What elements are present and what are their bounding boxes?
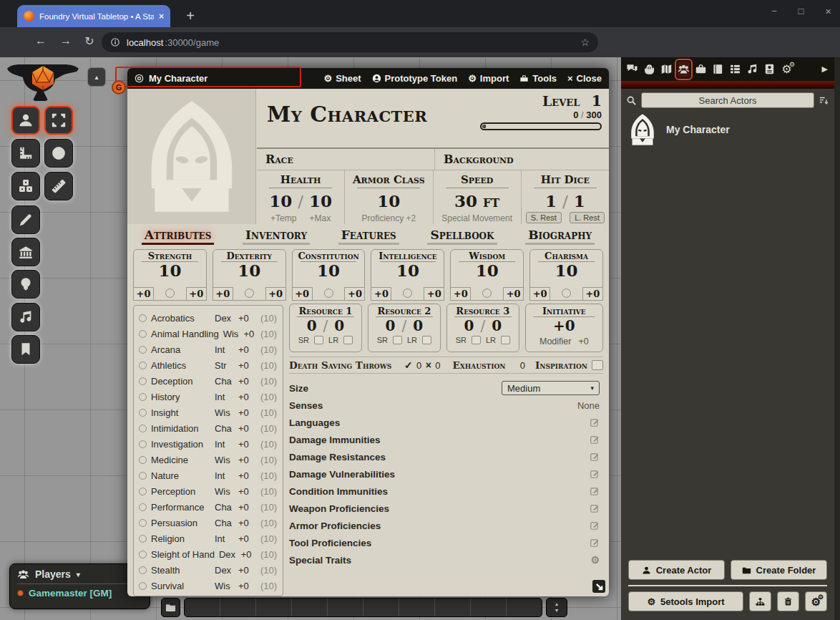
- game-canvas[interactable]: ▴: [0, 57, 840, 620]
- macro-slot[interactable]: [507, 599, 542, 616]
- skill-proficiency-toggle[interactable]: [139, 377, 147, 385]
- skill-proficiency-toggle[interactable]: [139, 425, 147, 432]
- ability-save-mod[interactable]: +0: [450, 287, 471, 301]
- token-controls-button[interactable]: [11, 106, 40, 135]
- tab-actors[interactable]: [678, 62, 690, 77]
- sheet-tab[interactable]: Spellbook: [427, 227, 497, 245]
- ability-check-mod[interactable]: +0: [265, 287, 286, 301]
- death-fail-icon[interactable]: ×: [426, 359, 431, 371]
- skill-name[interactable]: Performance: [151, 502, 210, 513]
- tab-playlists[interactable]: [746, 62, 758, 77]
- skill-row[interactable]: Nature Int +0 (10): [139, 468, 277, 483]
- ability-save-mod[interactable]: +0: [529, 287, 550, 301]
- sr-checkbox[interactable]: [472, 336, 481, 344]
- target-tool-button[interactable]: [44, 139, 73, 168]
- hp-current[interactable]: 10: [269, 191, 292, 210]
- skill-row[interactable]: Athletics Str +0 (10): [139, 357, 277, 373]
- sr-checkbox[interactable]: [314, 336, 323, 344]
- macro-slot[interactable]: [256, 599, 292, 616]
- edit-icon[interactable]: [590, 503, 600, 513]
- search-actors-input[interactable]: [641, 92, 814, 108]
- prototype-token-button[interactable]: Prototype Token: [372, 73, 458, 84]
- lr-checkbox[interactable]: [501, 336, 510, 344]
- skill-proficiency-toggle[interactable]: [139, 362, 147, 369]
- skill-row[interactable]: Investigation Int +0 (10): [139, 436, 277, 452]
- macro-slot[interactable]: [220, 599, 256, 616]
- skill-proficiency-toggle[interactable]: [139, 409, 147, 417]
- race-field[interactable]: Race: [257, 149, 435, 170]
- edit-icon[interactable]: [590, 417, 600, 427]
- skill-row[interactable]: Deception Cha +0 (10): [139, 373, 277, 389]
- lr-checkbox[interactable]: [343, 336, 353, 344]
- tab-compendium[interactable]: [763, 62, 776, 77]
- background-input[interactable]: [519, 154, 609, 165]
- tab-scenes[interactable]: [660, 62, 673, 77]
- sound-controls-button[interactable]: [11, 303, 40, 331]
- macro-slot[interactable]: [185, 599, 220, 616]
- ability-proficiency-toggle[interactable]: [562, 289, 571, 298]
- macro-slot[interactable]: [435, 599, 471, 616]
- ability-score[interactable]: 10: [213, 262, 285, 279]
- skill-row[interactable]: Religion Int +0 (10): [139, 531, 277, 546]
- long-rest-button[interactable]: L. Rest: [570, 212, 605, 223]
- skill-row[interactable]: Persuasion Cha +0 (10): [139, 515, 277, 531]
- skill-row[interactable]: Acrobatics Dex +0 (10): [139, 310, 277, 326]
- config-gear-icon[interactable]: ⚙: [590, 554, 600, 566]
- macro-slot[interactable]: [363, 599, 399, 616]
- inspiration-checkbox[interactable]: [592, 360, 603, 370]
- measure-controls-button[interactable]: [11, 139, 40, 168]
- skill-proficiency-toggle[interactable]: [139, 393, 147, 401]
- skill-name[interactable]: Intimidation: [151, 423, 210, 434]
- character-portrait[interactable]: [127, 89, 256, 224]
- skill-name[interactable]: Religion: [151, 533, 210, 544]
- skill-name[interactable]: Perception: [151, 486, 210, 497]
- special-movement-label[interactable]: Special Movement: [441, 213, 512, 223]
- forward-icon[interactable]: →: [57, 34, 74, 47]
- skill-proficiency-toggle[interactable]: [139, 519, 147, 527]
- ability-proficiency-toggle[interactable]: [324, 289, 333, 298]
- skill-name[interactable]: Survival: [151, 581, 210, 591]
- death-fail-count[interactable]: 0: [431, 360, 444, 371]
- resource-value[interactable]: 0: [386, 317, 396, 334]
- senses-value[interactable]: None: [577, 400, 600, 411]
- macro-folder-button[interactable]: [161, 598, 180, 617]
- window-header[interactable]: My Character ⚙ Sheet Prototype Token ⚙ I…: [127, 68, 609, 89]
- skill-proficiency-toggle[interactable]: [139, 535, 147, 543]
- sheet-config-button[interactable]: ⚙ Sheet: [324, 73, 361, 84]
- hp-temp-label[interactable]: +Temp: [270, 213, 296, 223]
- import-button[interactable]: ⚙ Import: [468, 73, 509, 84]
- resource-max[interactable]: 0: [334, 317, 344, 334]
- scene-nav-toggle[interactable]: ▴: [87, 67, 106, 87]
- ability-save-mod[interactable]: +0: [213, 287, 233, 301]
- ability-check-mod[interactable]: +0: [503, 287, 524, 301]
- skill-name[interactable]: Insight: [151, 407, 210, 418]
- skill-row[interactable]: Animal Handling Wis +0 (10): [139, 326, 277, 342]
- skill-proficiency-toggle[interactable]: [139, 472, 147, 480]
- macro-slot[interactable]: [471, 599, 507, 616]
- notes-controls-button[interactable]: [11, 335, 40, 364]
- resource-title[interactable]: Resource 1: [290, 306, 361, 317]
- sr-checkbox[interactable]: [393, 336, 402, 344]
- level-value[interactable]: 1: [591, 92, 602, 110]
- ability-check-mod[interactable]: +0: [186, 287, 207, 301]
- skill-name[interactable]: Athletics: [151, 360, 210, 371]
- tab-tables[interactable]: [729, 62, 741, 77]
- reload-icon[interactable]: ↻: [81, 34, 98, 48]
- skill-proficiency-toggle[interactable]: [139, 582, 147, 590]
- configure-button[interactable]: ⚙ ⚙: [805, 591, 827, 611]
- macro-slot[interactable]: [328, 599, 363, 616]
- skill-proficiency-toggle[interactable]: [139, 566, 147, 574]
- skill-proficiency-toggle[interactable]: [139, 346, 147, 354]
- skill-name[interactable]: Nature: [151, 470, 210, 481]
- skill-name[interactable]: Arcana: [151, 344, 210, 355]
- skill-row[interactable]: Stealth Dex +0 (10): [139, 562, 277, 578]
- ability-score[interactable]: 10: [371, 262, 444, 279]
- skill-name[interactable]: History: [151, 392, 210, 402]
- tab-settings[interactable]: ⚙⚙: [781, 62, 793, 77]
- page-down-icon[interactable]: ▾: [555, 608, 558, 614]
- skill-proficiency-toggle[interactable]: [139, 551, 147, 558]
- ac-value[interactable]: 10: [377, 191, 400, 210]
- edit-icon[interactable]: [590, 469, 600, 479]
- maximize-button[interactable]: □: [798, 6, 804, 16]
- skill-row[interactable]: Sleight of Hand Dex +0 (10): [139, 546, 277, 562]
